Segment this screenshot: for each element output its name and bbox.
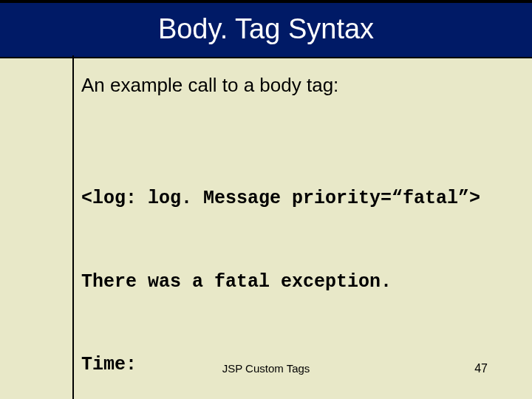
code-line: There was a fatal exception. bbox=[81, 268, 532, 296]
vertical-divider bbox=[72, 55, 74, 399]
slide-title: Body. Tag Syntax bbox=[158, 13, 374, 44]
intro-text: An example call to a body tag: bbox=[81, 74, 532, 97]
footer-label: JSP Custom Tags bbox=[222, 362, 310, 375]
page-number: 47 bbox=[474, 362, 488, 375]
code-line: <log: log. Message priority=“fatal”> bbox=[81, 185, 532, 213]
slide-content: An example call to a body tag: <log: log… bbox=[81, 74, 532, 399]
code-block: <log: log. Message priority=“fatal”> The… bbox=[81, 129, 532, 399]
slide-footer: JSP Custom Tags 47 bbox=[0, 362, 532, 377]
slide-title-bar: Body. Tag Syntax bbox=[0, 0, 532, 58]
